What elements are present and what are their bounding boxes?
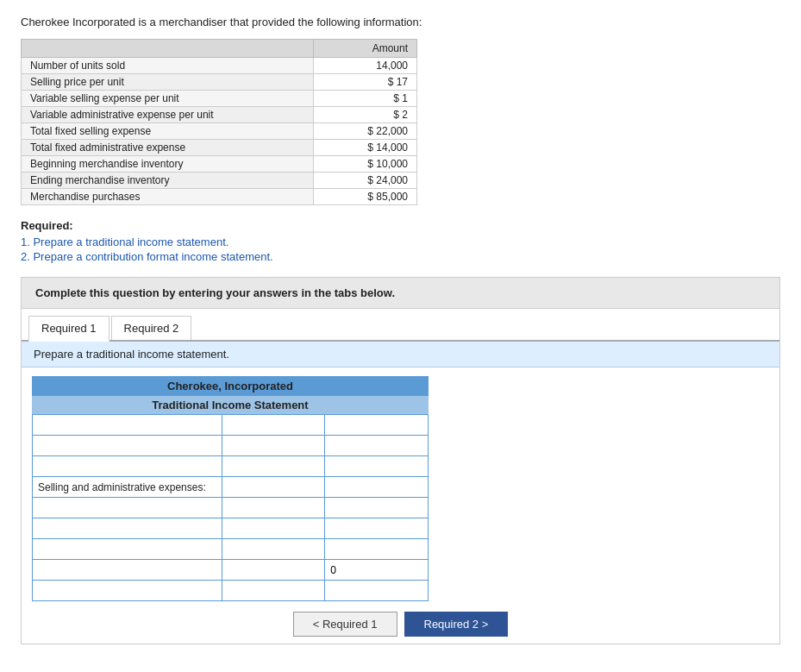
amount-header: Amount xyxy=(314,40,417,58)
stmt-input-col1[interactable] xyxy=(38,440,216,452)
stmt-col1[interactable] xyxy=(33,456,222,477)
statement-row xyxy=(33,456,429,477)
stmt-input-col1[interactable] xyxy=(38,502,216,514)
stmt-col1[interactable] xyxy=(33,518,222,539)
nav-buttons: < Required 1 Required 2 > xyxy=(22,601,779,644)
stmt-col2[interactable] xyxy=(222,477,325,498)
info-row: Variable administrative expense per unit… xyxy=(22,107,417,123)
stmt-col3[interactable] xyxy=(325,415,429,436)
stmt-col1[interactable] xyxy=(33,581,222,601)
stmt-col3[interactable] xyxy=(325,581,429,601)
stmt-col2[interactable] xyxy=(222,581,325,601)
stmt-col1[interactable] xyxy=(33,415,222,436)
statement-row xyxy=(33,518,429,539)
stmt-input-col3[interactable] xyxy=(330,481,422,493)
stmt-col3[interactable] xyxy=(325,539,429,560)
info-row: Beginning merchandise inventory$ 10,000 xyxy=(22,156,417,173)
stmt-col3[interactable] xyxy=(325,436,429,456)
stmt-input-col2[interactable] xyxy=(228,585,320,597)
next-button[interactable]: Required 2 > xyxy=(404,612,509,637)
info-row: Number of units sold14,000 xyxy=(22,58,417,74)
statement-row xyxy=(33,436,429,456)
stmt-col2[interactable] xyxy=(222,415,325,436)
complete-box: Complete this question by entering your … xyxy=(21,277,780,309)
statement-wrapper: Cherokee, Incorporated Traditional Incom… xyxy=(22,367,779,601)
stmt-col3[interactable] xyxy=(325,498,429,518)
stmt-col2[interactable] xyxy=(222,498,325,518)
statement-row xyxy=(33,560,429,581)
stmt-input-col2[interactable] xyxy=(228,543,320,556)
statement-row: Selling and administrative expenses: xyxy=(33,477,429,498)
stmt-col2[interactable] xyxy=(222,560,325,581)
stmt-input-col1[interactable] xyxy=(38,543,216,556)
stmt-col1[interactable] xyxy=(33,436,222,456)
stmt-input-col3[interactable] xyxy=(330,523,422,535)
info-row: Merchandise purchases$ 85,000 xyxy=(22,189,417,205)
required-list: 1. Prepare a traditional income statemen… xyxy=(21,236,780,263)
stmt-col1[interactable] xyxy=(33,539,222,560)
stmt-col3[interactable] xyxy=(325,518,429,539)
intro-text: Cherokee Incorporated is a merchandiser … xyxy=(21,16,780,28)
stmt-input-col3[interactable] xyxy=(330,502,422,514)
stmt-input-col1[interactable] xyxy=(38,461,216,473)
stmt-col2[interactable] xyxy=(222,518,325,539)
stmt-col1[interactable] xyxy=(33,560,222,581)
stmt-col2[interactable] xyxy=(222,539,325,560)
statement-row xyxy=(33,581,429,601)
stmt-input-col2[interactable] xyxy=(228,523,320,535)
stmt-col2[interactable] xyxy=(222,436,325,456)
statement-table: Selling and administrative expenses: xyxy=(32,414,429,601)
tab-content: Prepare a traditional income statement. … xyxy=(22,342,779,644)
stmt-input-col3[interactable] xyxy=(330,440,422,452)
info-row: Ending merchandise inventory$ 24,000 xyxy=(22,173,417,189)
stmt-col3[interactable] xyxy=(325,560,429,581)
required-item: 2. Prepare a contribution format income … xyxy=(21,250,780,263)
statement-title: Traditional Income Statement xyxy=(32,396,429,414)
required-label: Required: xyxy=(21,219,780,232)
stmt-input-col3[interactable] xyxy=(330,419,422,431)
statement-row xyxy=(33,498,429,518)
tab-description: Prepare a traditional income statement. xyxy=(22,342,779,367)
stmt-input-col2[interactable] xyxy=(228,502,320,514)
stmt-col3[interactable] xyxy=(325,456,429,477)
info-row: Variable selling expense per unit$ 1 xyxy=(22,91,417,107)
stmt-col1[interactable] xyxy=(33,498,222,518)
statement-row xyxy=(33,415,429,436)
tab-required1[interactable]: Required 1 xyxy=(28,316,110,342)
stmt-col2[interactable] xyxy=(222,456,325,477)
info-table: Amount Number of units sold14,000Selling… xyxy=(21,39,417,205)
info-row: Selling price per unit$ 17 xyxy=(22,74,417,91)
tab-required2[interactable]: Required 2 xyxy=(111,316,192,340)
section-label: Selling and administrative expenses: xyxy=(33,477,222,498)
stmt-input-col2[interactable] xyxy=(228,461,320,473)
stmt-input-col1[interactable] xyxy=(38,523,216,535)
stmt-input-col1[interactable] xyxy=(38,564,216,576)
stmt-input-col3[interactable] xyxy=(330,543,422,556)
required-item: 1. Prepare a traditional income statemen… xyxy=(21,236,780,248)
stmt-input-col3[interactable] xyxy=(330,461,422,473)
stmt-col3[interactable] xyxy=(325,477,429,498)
stmt-input-col2[interactable] xyxy=(228,564,320,576)
statement-company: Cherokee, Incorporated xyxy=(32,376,429,396)
stmt-input-col1[interactable] xyxy=(38,585,216,597)
stmt-input-col1[interactable] xyxy=(38,419,216,431)
info-row: Total fixed administrative expense$ 14,0… xyxy=(22,140,417,156)
tabs-container: Required 1 Required 2 Prepare a traditio… xyxy=(21,309,780,644)
stmt-input-col2[interactable] xyxy=(228,440,320,452)
stmt-input-col3[interactable] xyxy=(330,585,422,597)
stmt-input-col2[interactable] xyxy=(228,419,320,431)
prev-button[interactable]: < Required 1 xyxy=(293,612,397,637)
stmt-input-col3[interactable] xyxy=(330,564,422,576)
tabs-bar: Required 1 Required 2 xyxy=(22,309,779,342)
info-row: Total fixed selling expense$ 22,000 xyxy=(22,123,417,140)
statement-row xyxy=(33,539,429,560)
stmt-input-col2[interactable] xyxy=(228,481,320,493)
